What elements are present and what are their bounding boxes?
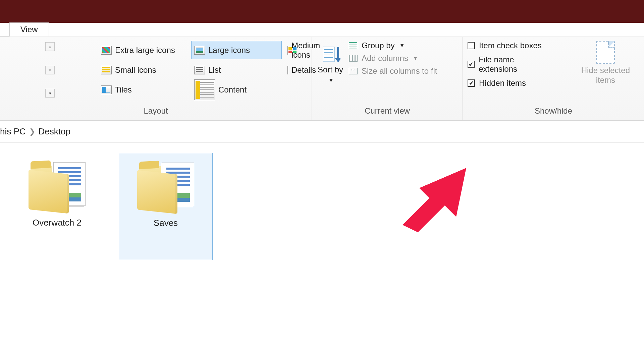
- group-label-layout: Layout: [5, 104, 307, 119]
- folder-label: Overwatch 2: [33, 218, 82, 228]
- sort-by-button[interactable]: Sort by ▼: [317, 41, 345, 104]
- checkbox-label: Item check boxes: [479, 41, 542, 50]
- add-columns-button[interactable]: Add columns ▼: [348, 54, 437, 63]
- add-columns-label: Add columns: [362, 54, 408, 63]
- ribbon-group-current-view: Sort by ▼ Group by ▼ Add columns ▼ Size …: [312, 37, 463, 120]
- layout-label: Extra large icons: [115, 46, 175, 55]
- checkbox-file-name-extensions[interactable]: File name extensions: [468, 55, 552, 74]
- hide-selected-icon: [596, 41, 615, 64]
- ribbon: Extra large icons Large icons Medium ico…: [0, 37, 644, 121]
- list-icon: [194, 66, 205, 74]
- layout-label: Small icons: [115, 65, 156, 75]
- checkbox-label: Hidden items: [479, 78, 526, 88]
- size-all-label: Size all columns to fit: [362, 66, 437, 76]
- content-icon: [194, 79, 215, 100]
- breadcrumb-segment[interactable]: Desktop: [39, 126, 70, 137]
- ribbon-tab-strip: View: [0, 23, 644, 37]
- breadcrumb[interactable]: his PC ❯ Desktop: [0, 121, 644, 143]
- layout-large-icons[interactable]: Large icons: [191, 41, 282, 59]
- layout-details[interactable]: Details: [284, 61, 298, 79]
- tabstrip-spacer: [0, 22, 9, 37]
- group-by-label: Group by: [362, 41, 395, 50]
- svg-marker-5: [335, 47, 340, 62]
- checkbox-hidden-items[interactable]: Hidden items: [468, 78, 552, 88]
- folder-icon: [29, 160, 86, 212]
- hide-selected-label: Hide selected items: [572, 66, 639, 85]
- layout-label: Content: [218, 85, 247, 95]
- checkbox-icon: [468, 61, 475, 68]
- medium-icons-icon: [287, 46, 288, 55]
- folder-item[interactable]: Saves: [119, 153, 213, 260]
- layout-medium-icons[interactable]: Medium icons: [284, 41, 298, 59]
- layout-scroll-down[interactable]: ▼: [45, 66, 55, 74]
- dropdown-caret-icon: ▼: [399, 43, 405, 49]
- breadcrumb-segment[interactable]: his PC: [0, 126, 26, 137]
- dropdown-caret-icon: ▼: [413, 55, 418, 61]
- group-by-button[interactable]: Group by ▼: [348, 41, 437, 50]
- group-label-current-view: Current view: [317, 104, 458, 119]
- dropdown-caret-icon: ▼: [328, 77, 334, 83]
- checkbox-icon: [468, 79, 475, 87]
- checkbox-icon: [468, 42, 475, 49]
- extra-large-icons-icon: [101, 46, 112, 55]
- folder-icon: [137, 160, 194, 212]
- tab-view-label: View: [20, 25, 38, 34]
- add-columns-icon: [348, 54, 358, 62]
- layout-list[interactable]: List: [191, 61, 282, 79]
- svg-rect-0: [323, 47, 334, 62]
- annotation-arrow-icon: [389, 158, 476, 245]
- window-titlebar: [0, 0, 644, 23]
- large-icons-icon: [194, 46, 205, 55]
- layout-label: Tiles: [115, 85, 132, 95]
- layout-extra-large-icons[interactable]: Extra large icons: [98, 41, 189, 59]
- layout-expand[interactable]: ▾: [45, 89, 55, 98]
- layout-label: List: [208, 65, 221, 75]
- size-all-columns-button[interactable]: Size all columns to fit: [348, 66, 437, 76]
- checkbox-item-check-boxes[interactable]: Item check boxes: [468, 41, 552, 50]
- folder-item[interactable]: Overwatch 2: [10, 153, 104, 260]
- tab-view[interactable]: View: [9, 22, 49, 37]
- chevron-right-icon: ❯: [26, 127, 39, 136]
- sort-by-label: Sort by: [318, 65, 343, 74]
- folder-label: Saves: [154, 218, 178, 228]
- ribbon-group-show-hide: Item check boxes File name extensions Hi…: [463, 37, 644, 120]
- folder-view[interactable]: Overwatch 2 Saves: [0, 143, 644, 270]
- layout-small-icons[interactable]: Small icons: [98, 61, 189, 79]
- svg-marker-6: [402, 168, 466, 232]
- tiles-icon: [101, 85, 112, 94]
- layout-tiles[interactable]: Tiles: [98, 80, 189, 99]
- ribbon-group-layout: Extra large icons Large icons Medium ico…: [0, 37, 312, 120]
- layout-content[interactable]: Content: [191, 80, 282, 99]
- details-icon: [287, 66, 288, 74]
- group-label-show-hide: Show/hide: [468, 104, 639, 119]
- small-icons-icon: [101, 66, 112, 74]
- size-columns-icon: [348, 67, 358, 75]
- layout-label: Large icons: [208, 46, 250, 55]
- checkbox-label: File name extensions: [479, 55, 551, 74]
- group-by-icon: [348, 42, 358, 50]
- layout-scroll-up[interactable]: ▲: [45, 42, 55, 51]
- hide-selected-items-button[interactable]: Hide selected items: [558, 41, 639, 104]
- sort-by-icon: [322, 45, 340, 64]
